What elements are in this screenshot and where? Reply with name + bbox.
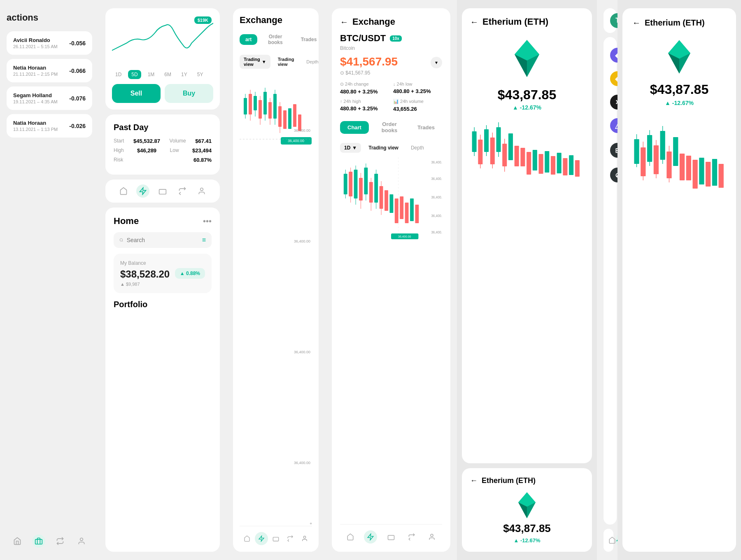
tf-1d[interactable]: 1D	[112, 70, 125, 79]
ex-nav-home[interactable]	[240, 532, 254, 545]
stat-high-label: ↑ 24h high	[340, 99, 389, 104]
tf-1m[interactable]: 1M	[144, 70, 158, 79]
coins-panel: T USDT ◆ Etherium ETH ◈ Binance BNB	[597, 0, 618, 560]
tx-card-4[interactable]: Natia Horaan 13.11.2021 – 1:13 PM -0.026	[7, 114, 92, 138]
tab-chart[interactable]: Chart	[340, 121, 369, 134]
buy-button[interactable]: Buy	[165, 84, 213, 103]
exchange-back-arrow[interactable]: ←	[340, 17, 348, 27]
svg-point-5	[120, 238, 122, 241]
nav-home-icon[interactable]	[11, 534, 24, 548]
svg-point-32	[304, 536, 306, 538]
tab-chart-partial[interactable]: art	[240, 34, 257, 45]
chart-nav-home[interactable]	[117, 184, 130, 198]
tx-card-1[interactable]: Avicii Ronaldo 26.11.2021 – 5:15 AM -0.0…	[7, 31, 92, 55]
exfull-nav-wallet[interactable]	[384, 530, 398, 544]
ex-nav-user[interactable]	[298, 532, 311, 545]
past-day-card: Past Day Start $45,532.87 Volume $67.41 …	[105, 114, 220, 175]
crosshair-indicator: +	[240, 521, 312, 526]
high-label: High	[114, 147, 124, 154]
tx-card-2[interactable]: Netia Horaan 21.11.2021 – 2:15 PM -0.066	[7, 59, 92, 82]
stat-low-label: ↓ 24h low	[393, 82, 442, 86]
exfull-nav-user[interactable]	[425, 530, 438, 544]
coins-nav-home[interactable]	[608, 534, 616, 547]
nav-transfer-icon[interactable]	[54, 534, 67, 548]
chart-nav-flash[interactable]	[136, 184, 149, 198]
svg-rect-24	[288, 108, 291, 129]
tf-5y[interactable]: 5Y	[194, 70, 207, 79]
svg-rect-59	[405, 203, 409, 223]
tx-name-3: Segam Holland	[13, 92, 58, 98]
sell-button[interactable]: Sell	[112, 84, 161, 103]
past-day-risk-row: Risk 60.87%	[114, 157, 212, 163]
eth-right-change: ▲ -12.67%	[665, 100, 694, 106]
view-select[interactable]: 1D ▼	[340, 143, 361, 153]
chart-nav-transfer[interactable]	[176, 184, 189, 198]
exchange-partial-tabs: art Order books Trades	[240, 30, 312, 49]
tab-orderbooks[interactable]: Order books	[372, 118, 407, 137]
more-options-button[interactable]: •••	[203, 217, 212, 226]
risk-label: Risk	[114, 157, 123, 163]
tab-trades-partial[interactable]: Trades	[294, 33, 319, 46]
tx-card-3[interactable]: Segam Holland 19.11.2021 – 4:35 AM -0.07…	[7, 86, 92, 110]
svg-text:36,400.00: 36,400.00	[431, 230, 442, 235]
exfull-nav-home[interactable]	[344, 530, 357, 544]
svg-rect-92	[563, 158, 567, 175]
tab-trades[interactable]: Trades	[410, 121, 442, 134]
volume-val: $67.41	[195, 138, 212, 144]
chevron-down-icon: ▼	[262, 59, 266, 64]
volume-label: Volume	[170, 138, 186, 144]
trade-buttons: Sell Buy	[112, 84, 213, 103]
view-select-partial[interactable]: Trading view ▼	[240, 55, 270, 69]
tx-name-1: Avicii Ronaldo	[13, 37, 58, 43]
tx-date-1: 26.11.2021 – 5:15 AM	[13, 44, 58, 49]
svg-rect-84	[515, 146, 519, 166]
search-bar[interactable]: ≡	[114, 232, 212, 248]
svg-line-6	[122, 241, 123, 242]
tx-date-3: 19.11.2021 – 4:35 AM	[13, 99, 58, 104]
ex-nav-flash[interactable]	[255, 532, 268, 545]
ex-nav-transfer[interactable]	[284, 532, 297, 545]
eth-detail-back-arrow[interactable]: ←	[470, 476, 478, 485]
tf-5d[interactable]: 5D	[128, 70, 141, 79]
price-row: $41,567.95 ▾	[340, 55, 442, 70]
svg-rect-118	[673, 137, 678, 166]
act-icon: △	[610, 118, 618, 133]
eth-right-back[interactable]: ←	[632, 18, 641, 28]
filter-icon[interactable]: ≡	[202, 236, 206, 244]
exchange-full-panel: ← Exchange BTC/USDT 10x Bitcoin $41,567.…	[325, 0, 457, 560]
exfull-nav-flash[interactable]	[364, 530, 377, 544]
eth-diamond-icon	[506, 38, 548, 79]
ogn-icon: ⊘	[610, 168, 618, 182]
usdt-row[interactable]: T USDT	[604, 8, 617, 33]
chart-nav-wallet[interactable]	[156, 184, 169, 198]
svg-marker-2	[140, 188, 146, 195]
svg-text:36,400.00: 36,400.00	[398, 235, 411, 239]
view-trading-partial[interactable]: Trading view	[273, 54, 299, 69]
chart-nav-user[interactable]	[195, 184, 208, 198]
eth-diamond-container	[470, 38, 584, 79]
nav-user-icon[interactable]	[75, 534, 88, 548]
exfull-nav-transfer[interactable]	[405, 530, 418, 544]
svg-point-4	[200, 188, 203, 191]
search-input[interactable]	[127, 237, 199, 243]
svg-point-66	[431, 534, 433, 537]
eth-detail-diamond-icon	[513, 491, 541, 520]
svg-rect-123	[706, 162, 711, 187]
nav-wallet-icon[interactable]	[32, 534, 45, 548]
svg-text:36,400.00: 36,400.00	[431, 214, 442, 218]
eth-detail-bottom-card: ← Etherium (ETH) $43,87.85 ▲ -12.67%	[462, 468, 592, 552]
trading-view-tab[interactable]: Trading view	[364, 142, 403, 153]
view-depth-partial[interactable]: Depth	[301, 57, 319, 67]
tf-1y[interactable]: 1Y	[178, 70, 191, 79]
tab-orderbooks-partial[interactable]: Order books	[261, 30, 290, 49]
svg-rect-31	[273, 537, 278, 541]
ex-nav-wallet[interactable]	[269, 532, 282, 545]
exchange-full-nav	[340, 524, 442, 544]
tf-6m[interactable]: 6M	[161, 70, 175, 79]
eth-back-arrow[interactable]: ←	[470, 17, 478, 27]
depth-tab[interactable]: Depth	[406, 142, 429, 153]
price-dropdown[interactable]: ▾	[431, 57, 442, 68]
exchange-partial-nav	[240, 526, 312, 545]
price-chart-card: $19K 1D 5D 1M 6M 1Y 5Y Sell Buy	[105, 8, 220, 110]
timeframe-bar: 1D 5D 1M 6M 1Y 5Y	[112, 70, 213, 79]
